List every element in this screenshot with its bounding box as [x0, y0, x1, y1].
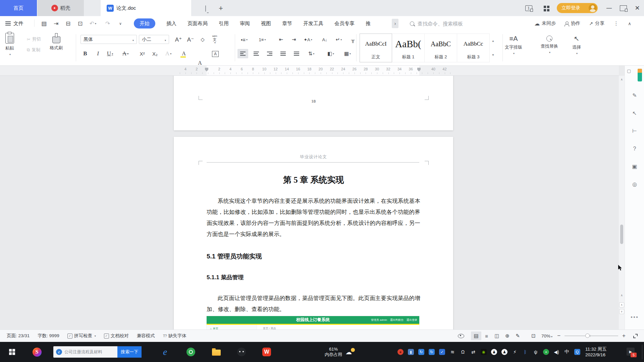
decrease-font-icon[interactable]: [185, 35, 196, 44]
fullscreen-icon[interactable]: [630, 331, 641, 340]
wps-taskbar-icon[interactable]: W: [259, 342, 274, 362]
highlight-color-icon[interactable]: [178, 49, 189, 58]
redo-icon[interactable]: [103, 16, 113, 31]
subscript-icon[interactable]: [150, 49, 160, 58]
edit-mode-icon[interactable]: [513, 331, 523, 340]
style-cell[interactable]: AaBbCcI 正文: [360, 34, 392, 62]
ribbon-tab[interactable]: 会员专享: [334, 20, 355, 27]
style-gallery-up-icon[interactable]: ▲: [490, 34, 496, 48]
zoom-out-icon[interactable]: [557, 333, 560, 339]
page-current[interactable]: 毕业设计论文 第 5 章 系统实现 系统实现这个章节的内容主要还是展示系统的功能…: [174, 137, 453, 329]
taskbar-clock[interactable]: 11:32 周五 2022/9/16: [585, 342, 607, 362]
character-border-icon[interactable]: [212, 51, 219, 57]
collaborate-button[interactable]: 协作: [565, 20, 580, 26]
sync-status-button[interactable]: 未同步: [534, 20, 556, 27]
increase-indent-icon[interactable]: [288, 35, 299, 44]
tray-display-icon[interactable]: ⇄: [470, 349, 476, 355]
location-icon[interactable]: ◎: [625, 175, 644, 193]
ribbon-tab[interactable]: 页面布局: [187, 20, 208, 27]
italic-icon[interactable]: [93, 49, 103, 58]
font-size-select[interactable]: 小二: [139, 35, 169, 44]
task-pane-icon[interactable]: [627, 68, 631, 73]
wrap-text-effect-icon[interactable]: [303, 35, 313, 44]
tray-app-red-icon[interactable]: ●: [397, 349, 404, 355]
web-view-icon[interactable]: [502, 331, 513, 340]
style-cell[interactable]: AaBbCc 标题 3: [457, 34, 490, 62]
vertical-scrollbar[interactable]: ∧ ∨: [619, 76, 625, 329]
file-menu-button[interactable]: 文件: [5, 16, 23, 31]
tray-sync-1-icon[interactable]: ↻: [418, 349, 424, 355]
tray-power-icon[interactable]: ⚡: [512, 349, 518, 355]
find-replace-button[interactable]: 查找替换: [541, 33, 558, 54]
zoom-in-icon[interactable]: [622, 333, 626, 339]
taskbar-search-button[interactable]: 搜索一下: [117, 346, 142, 358]
ribbon-tab[interactable]: 插入: [166, 20, 176, 27]
tray-ime-icon[interactable]: 中: [564, 349, 570, 355]
print-preview-icon[interactable]: [75, 16, 85, 31]
document-tab[interactable]: W 论文.doc: [101, 0, 191, 16]
annotate-pen-icon[interactable]: ✎: [625, 86, 644, 104]
tray-bluetooth-icon[interactable]: ᛒ: [522, 349, 528, 355]
minimize-button[interactable]: —: [602, 0, 616, 16]
ocr-screenshot-icon[interactable]: ▣: [625, 158, 644, 175]
measure-icon[interactable]: ⊢: [625, 122, 644, 140]
clear-format-icon[interactable]: [197, 35, 208, 44]
start-button[interactable]: [5, 342, 19, 362]
sogou-browser-icon[interactable]: S: [30, 342, 44, 362]
tray-sync-2-icon[interactable]: ↻: [429, 349, 435, 355]
text-layout-button[interactable]: 文字排版: [505, 33, 522, 55]
style-cell[interactable]: AaBbC 标题 2: [425, 34, 457, 62]
distribute-icon[interactable]: [291, 49, 302, 58]
home-tab[interactable]: 首页: [0, 0, 37, 16]
line-spacing-icon[interactable]: [306, 49, 317, 58]
share-button[interactable]: 分享: [589, 20, 604, 26]
align-center-icon[interactable]: [251, 49, 262, 58]
memory-widget[interactable]: 61% 内存占用: [325, 342, 356, 362]
paste-button[interactable]: 粘贴: [5, 33, 14, 56]
weather-icon[interactable]: [345, 348, 356, 356]
shading-icon[interactable]: [325, 49, 336, 58]
tray-wifi-icon[interactable]: ≋: [449, 349, 455, 355]
page-previous[interactable]: 18: [174, 76, 453, 130]
taskbar-search-widget[interactable]: e 公司注册流程及材料 搜索一下: [53, 346, 142, 358]
ie-icon[interactable]: e: [158, 342, 172, 362]
next-page-button[interactable]: ∨: [619, 309, 624, 314]
export-icon[interactable]: [51, 16, 61, 31]
ribbon-tab[interactable]: 审阅: [240, 20, 250, 27]
horizontal-ruler[interactable]: 42246810121416182022242628303234364042: [0, 66, 619, 76]
new-tab-button[interactable]: [219, 4, 223, 13]
select-tool-icon[interactable]: ↖: [625, 104, 644, 122]
spell-check-toggle[interactable]: ✓ 拼写检查: [67, 333, 96, 339]
format-painter-button[interactable]: 格式刷: [50, 33, 63, 51]
select-button[interactable]: 选择: [572, 33, 581, 55]
notification-center-icon[interactable]: ▶ 5: [627, 348, 635, 356]
page-view-icon[interactable]: [471, 331, 481, 340]
ribbon-tab[interactable]: 视图: [261, 20, 271, 27]
bold-icon[interactable]: [80, 49, 91, 58]
decrease-indent-icon[interactable]: [276, 35, 286, 44]
text-effects-icon[interactable]: [163, 49, 174, 58]
scroll-up-icon[interactable]: [619, 76, 625, 82]
borders-icon[interactable]: [342, 49, 353, 58]
style-cell[interactable]: AaBb( 标题 1: [392, 34, 425, 62]
tray-bell-icon[interactable]: Ω: [460, 349, 466, 355]
command-search-input[interactable]: [417, 20, 495, 27]
tray-quark-icon[interactable]: Q: [574, 349, 580, 355]
compatibility-mode-label[interactable]: 兼容模式: [137, 333, 155, 339]
tray-health-icon[interactable]: +: [543, 349, 549, 355]
previous-page-button[interactable]: ∧: [619, 302, 624, 307]
single-window-mode-icon[interactable]: 1: [522, 0, 535, 16]
undo-icon[interactable]: [88, 16, 98, 31]
justify-icon[interactable]: [278, 49, 288, 58]
eye-protection-icon[interactable]: [456, 331, 466, 340]
close-button[interactable]: ✕: [631, 0, 644, 16]
zoom-slider[interactable]: [565, 336, 618, 336]
command-search[interactable]: [410, 16, 495, 31]
save-icon[interactable]: [39, 16, 49, 31]
align-left-icon[interactable]: [237, 49, 248, 58]
login-button[interactable]: 立即登录: [557, 3, 598, 13]
ribbon-tab[interactable]: 开发工具: [303, 20, 323, 27]
strikethrough-icon[interactable]: [120, 49, 131, 58]
book-view-icon[interactable]: [492, 331, 502, 340]
restore-button[interactable]: [616, 0, 630, 16]
